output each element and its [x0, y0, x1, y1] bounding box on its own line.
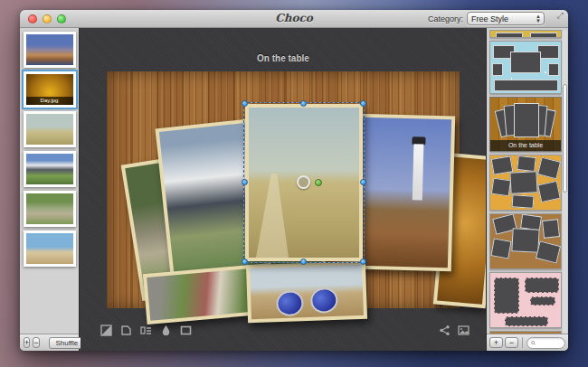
- desktop-background: Choco Category: Free Style ▲▼ ⤢ Day.jpg: [0, 0, 588, 367]
- house-thumb-image: [26, 193, 73, 224]
- resize-handle-bottom-right[interactable]: [360, 259, 366, 265]
- mountains-thumb-image: [26, 154, 73, 184]
- thumbnail-beach[interactable]: [24, 231, 76, 267]
- photo-sunglasses[interactable]: [246, 261, 367, 324]
- fullscreen-icon[interactable]: ⤢: [557, 12, 564, 20]
- photo-lighthouse-image: [358, 118, 451, 268]
- template-scrollbar[interactable]: [563, 30, 567, 334]
- add-template-button[interactable]: +: [489, 337, 503, 348]
- template-panel: On the table: [486, 28, 568, 351]
- lighthouse-thumb-image: [26, 34, 73, 65]
- photo-lighthouse[interactable]: [355, 114, 455, 272]
- background-icon[interactable]: [100, 325, 112, 336]
- canvas-toolbar: [100, 325, 192, 336]
- field-path: [256, 174, 292, 258]
- template-yellow-scatter[interactable]: [489, 155, 562, 211]
- beach-thumb-image: [26, 233, 73, 264]
- search-icon: [531, 340, 536, 346]
- thumbnail-lighthouse[interactable]: [24, 32, 76, 68]
- droplet-icon[interactable]: [160, 325, 172, 336]
- template-on-the-table[interactable]: On the table: [489, 97, 562, 152]
- thumbnail-golden-field-selected[interactable]: Day.jpg: [24, 71, 76, 108]
- category-value: Free Style: [471, 14, 508, 24]
- sunglasses-lens: [308, 286, 339, 315]
- canvas-actions: [439, 325, 469, 336]
- resize-handle-bottom-left[interactable]: [242, 259, 248, 265]
- thumbnail-mountains[interactable]: [24, 151, 76, 187]
- resize-handle-top[interactable]: [300, 100, 307, 107]
- template-pink-album[interactable]: [489, 272, 562, 328]
- template-label: On the table: [490, 140, 561, 151]
- template-search-field[interactable]: [526, 337, 565, 349]
- thumbnail-house[interactable]: [24, 191, 76, 227]
- remove-template-button[interactable]: −: [505, 337, 518, 348]
- photo-sidebar: Day.jpg + − Shuffle: [20, 28, 80, 351]
- country-road-thumb-image: [26, 114, 73, 145]
- thumbnail-country-road[interactable]: [24, 111, 76, 147]
- template-scrolled-top[interactable]: [489, 30, 562, 38]
- lighthouse-tower: [413, 144, 424, 200]
- collage-title: On the table: [81, 53, 486, 63]
- photo-field-road-selected[interactable]: [245, 104, 363, 261]
- template-bottom-bar: + −: [487, 334, 568, 351]
- resize-handle-top-left[interactable]: [242, 100, 248, 107]
- resize-handle-right[interactable]: [360, 179, 366, 185]
- remove-photo-button[interactable]: −: [33, 337, 39, 348]
- sunglasses-lens: [274, 288, 305, 318]
- template-list[interactable]: On the table: [489, 30, 562, 334]
- share-icon[interactable]: [439, 325, 450, 336]
- resize-handle-bottom[interactable]: [300, 259, 307, 265]
- rotation-ring-handle[interactable]: [297, 175, 310, 189]
- sidebar-bottom-bar: + − Shuffle: [20, 334, 79, 351]
- category-label: Category:: [428, 14, 463, 24]
- resize-handle-left[interactable]: [242, 179, 248, 185]
- table-background[interactable]: [107, 71, 460, 308]
- list-options-icon[interactable]: [140, 325, 152, 336]
- titlebar[interactable]: Choco Category: Free Style ▲▼ ⤢: [20, 10, 568, 28]
- resize-handle-top-right[interactable]: [360, 100, 366, 107]
- page-icon[interactable]: [120, 325, 132, 336]
- export-image-icon[interactable]: [458, 325, 469, 336]
- photo-sunglasses-image: [250, 265, 364, 319]
- template-pool[interactable]: [489, 41, 562, 94]
- divider: [522, 337, 523, 348]
- collage-canvas[interactable]: On the table: [81, 28, 486, 351]
- search-input[interactable]: [538, 339, 561, 347]
- thumbnail-filename: Day.jpg: [26, 97, 73, 105]
- popup-arrows-icon: ▲▼: [536, 14, 540, 24]
- category-dropdown[interactable]: Free Style ▲▼: [467, 12, 545, 25]
- template-wood-scatter[interactable]: [489, 213, 562, 269]
- app-window: Choco Category: Free Style ▲▼ ⤢ Day.jpg: [20, 10, 568, 351]
- scrollbar-thumb[interactable]: [563, 84, 567, 193]
- frame-icon[interactable]: [180, 325, 192, 336]
- add-photo-button[interactable]: +: [24, 337, 30, 348]
- rotation-dot-handle[interactable]: [315, 179, 322, 186]
